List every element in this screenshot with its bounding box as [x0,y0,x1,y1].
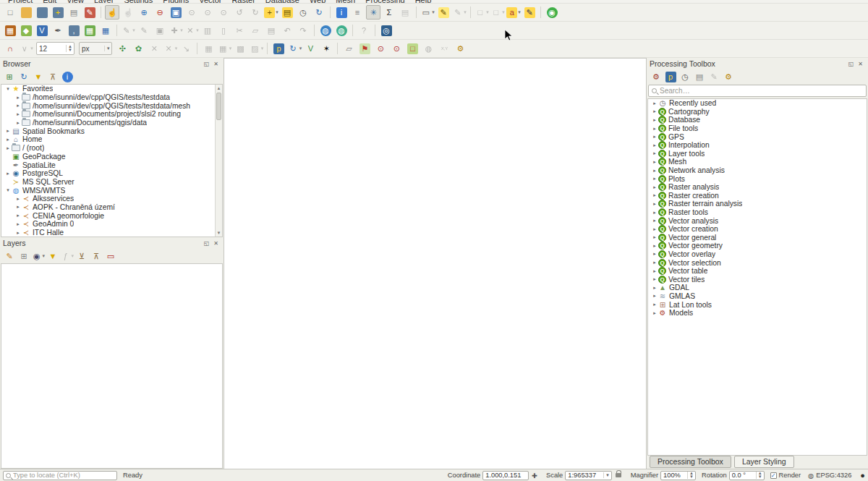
first-aid-debug-icon[interactable]: ✶ [319,41,333,56]
processing-group[interactable]: ▸QGPS [648,132,867,141]
browser-item[interactable]: ▸/home/isunni/Documents/project/slsi2 ro… [1,110,222,119]
expand-arrow-icon[interactable]: ▸ [651,142,658,148]
expand-arrow-icon[interactable]: ▸ [651,302,658,307]
expand-arrow-icon[interactable]: ▸ [14,196,22,202]
add-selected-layers-icon[interactable]: ⊞ [3,70,16,83]
expand-arrow-icon[interactable]: ▸ [651,210,658,216]
processing-group[interactable]: ▸QVector creation [648,225,867,234]
data-source-manager-icon[interactable]: ▦ [3,23,17,38]
locator-box[interactable] [3,471,117,480]
select-by-value-icon[interactable]: a▾ [506,5,521,20]
history-icon[interactable]: ◷ [678,70,692,83]
scripts-menu-icon[interactable]: p [664,70,677,83]
expand-arrow-icon[interactable]: ▸ [651,117,658,123]
processing-group[interactable]: ▸⊞Lat Lon tools [648,300,867,309]
expand-arrow-icon[interactable]: ▸ [651,243,658,249]
expand-arrow-icon[interactable]: ▸ [14,103,22,108]
expand-arrow-icon[interactable]: ▸ [651,268,658,274]
crs-status[interactable]: EPSG:4326 [816,472,851,479]
browser-item[interactable]: ▸/home/isunni/Documents/qgis/data [1,119,222,127]
expand-arrow-icon[interactable]: ▸ [14,111,22,117]
zoom-in-icon[interactable]: ⊕ [137,5,151,20]
expand-arrow-icon[interactable]: ▸ [651,184,658,190]
processing-group[interactable]: ▸≋GMLAS [648,292,867,301]
expand-arrow-icon[interactable]: ▸ [651,234,658,240]
coordinate-input[interactable] [483,472,528,479]
expand-arrow-icon[interactable]: ▸ [651,108,658,114]
processing-group[interactable]: ▸QVector overlay [648,250,867,259]
scroll-down-icon[interactable]: ▼ [216,229,222,237]
processing-options-icon[interactable]: ⚙ [722,70,735,83]
processing-group[interactable]: ▸QVector tiles [648,275,867,284]
zoom-full-icon[interactable]: ▣ [169,5,183,20]
layers-tree-empty[interactable] [1,263,223,469]
expand-arrow-icon[interactable]: ▸ [651,192,658,198]
browser-scrollbar[interactable]: ▲ ▼ [215,85,222,237]
remove-layer-icon[interactable]: ▭ [104,250,117,263]
browser-item[interactable]: ▸≺CENIA geomorfologie [1,211,222,220]
new-spatialite-layer-icon[interactable]: ✒ [51,23,65,38]
processing-group[interactable]: ▸QVector selection [648,258,867,267]
refresh-browser-icon[interactable]: ↻ [17,70,30,83]
browser-float-button[interactable]: ◱ [202,61,212,67]
expand-arrow-icon[interactable]: ▸ [651,310,658,316]
new-spatial-bookmark-icon[interactable]: +▾ [264,5,278,20]
browser-item[interactable]: ▾◍WMS/WMTS [1,186,222,195]
expand-arrow-icon[interactable]: ▸ [651,293,658,299]
expand-arrow-icon[interactable]: ▸ [651,168,658,174]
processing-search-input[interactable] [660,87,863,95]
browser-item[interactable]: ▣GeoPackage [1,153,222,161]
extent-capture-icon[interactable]: □ [405,41,420,56]
gps-tools-icon[interactable]: V [303,41,318,56]
select-by-form-icon[interactable]: ✎ [522,5,537,20]
scroll-up-icon[interactable]: ▲ [216,85,222,92]
processing-group[interactable]: ▸QRaster creation [648,192,867,200]
open-project-icon[interactable] [19,5,33,20]
refresh-map-icon[interactable]: ↻ [312,5,326,20]
browser-item[interactable]: ▸/home/isunni/dev/cpp/QGIS/tests/testdat… [1,101,222,110]
measure-line-icon[interactable]: ▭▾ [420,5,435,20]
metasearch-icon[interactable]: ◎ [379,23,393,38]
open-attribute-table-icon[interactable]: ≡ [350,5,365,20]
expand-arrow-icon[interactable]: ▸ [651,226,658,232]
browser-item[interactable]: ▸≺Alksservices [1,195,222,203]
processing-group[interactable]: ▸QVector geometry [648,242,867,250]
processing-close-button[interactable]: ✕ [856,61,865,67]
temporal-controller-icon[interactable]: ◷ [296,5,310,20]
browser-item[interactable]: ▸≺GeoAdmin 0 [1,220,222,229]
coordinate-field[interactable] [482,471,529,480]
magnifier-spin[interactable]: ▲▼ [660,471,696,480]
options-wrench-icon[interactable]: ⚙ [453,41,467,56]
plugin-reloader-icon[interactable]: ↻▾ [287,41,302,56]
expand-arrow-icon[interactable]: ▸ [651,201,658,207]
copy-style-icon[interactable]: ▱ [341,41,356,56]
layers-float-button[interactable]: ◱ [202,240,212,247]
results-viewer-icon[interactable]: ▤ [693,70,706,83]
save-project-as-icon[interactable]: + [51,5,65,20]
processing-group[interactable]: ▸⚙Models [648,309,867,318]
models-menu-icon[interactable]: ⚙ [650,70,663,83]
save-project-icon[interactable] [35,5,49,20]
processing-group[interactable]: ▸◷Recently used [648,99,867,108]
scale-input[interactable] [566,472,603,479]
expand-arrow-icon[interactable]: ▸ [4,171,12,176]
messages-icon[interactable]: ● [860,471,865,480]
zoom-to-point-icon[interactable]: ⊙ [373,41,388,56]
expand-arrow-icon[interactable]: ▸ [14,230,22,236]
expand-arrow-icon[interactable]: ▸ [14,204,22,210]
quickmapservices-icon[interactable]: ◉ [545,5,559,20]
zoom-to-area-icon[interactable]: ⊙ [389,41,404,56]
processing-toolbox-toggle-icon[interactable]: ✳ [366,5,380,20]
dock-tab-layer-styling[interactable]: Layer Styling [734,456,794,468]
browser-item[interactable]: ▸▤Spatial Bookmarks [1,127,222,135]
snapping-on-intersection-icon[interactable]: ✿ [131,41,145,56]
new-project-icon[interactable]: □ [3,5,17,20]
browser-item[interactable]: ▸◉PostgreSQL [1,169,222,178]
filter-browser-icon[interactable]: ▼ [32,70,45,83]
expand-arrow-icon[interactable]: ▸ [651,101,658,106]
processing-group[interactable]: ▸QRaster tools [648,208,867,217]
browser-item[interactable]: ▸/home/isunni/dev/cpp/QGIS/tests/testdat… [1,93,222,102]
expand-arrow-icon[interactable]: ▸ [651,218,658,224]
processing-group[interactable]: ▸QMesh [648,158,867,166]
map-canvas[interactable] [224,58,646,469]
